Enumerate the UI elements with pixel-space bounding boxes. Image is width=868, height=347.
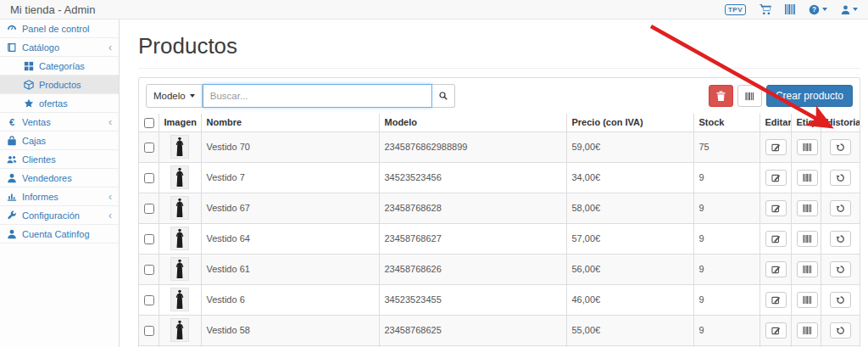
history-icon xyxy=(836,295,845,305)
sidebar-item-vendedores[interactable]: Vendedores xyxy=(0,169,119,187)
label-button[interactable] xyxy=(797,170,818,186)
toolbar-actions: Crear producto xyxy=(709,85,853,107)
edit-button[interactable] xyxy=(765,322,787,339)
search-icon xyxy=(439,91,448,101)
product-price: 57,00€ xyxy=(566,223,693,254)
product-price: 46,00€ xyxy=(566,284,693,315)
product-model: 2345876862988899 xyxy=(379,132,566,162)
label-button[interactable] xyxy=(797,322,818,339)
delete-button[interactable] xyxy=(709,85,733,107)
select-row-checkbox[interactable] xyxy=(144,326,154,336)
barcode-icon xyxy=(803,326,812,335)
barcode-icon xyxy=(803,143,812,152)
label-button[interactable] xyxy=(797,200,818,216)
help-menu[interactable]: ? xyxy=(809,4,827,15)
wrench-icon xyxy=(7,210,17,221)
barcode-icon xyxy=(803,295,812,305)
sidebar-item-categorias[interactable]: Categorías xyxy=(0,57,119,76)
dress-image xyxy=(171,288,188,311)
select-row-checkbox[interactable] xyxy=(144,173,154,183)
product-thumbnail xyxy=(170,288,189,311)
edit-button[interactable] xyxy=(765,139,787,155)
history-button[interactable] xyxy=(830,292,851,308)
edit-icon xyxy=(771,204,781,213)
select-row-checkbox[interactable] xyxy=(144,234,154,244)
dress-image xyxy=(171,136,188,158)
product-stock: 75 xyxy=(693,132,760,162)
product-thumbnail xyxy=(170,227,189,250)
product-thumbnail xyxy=(170,165,189,189)
edit-button[interactable] xyxy=(765,200,787,216)
history-button[interactable] xyxy=(830,322,851,339)
create-product-button[interactable]: Crear producto xyxy=(766,85,853,107)
product-name: Vestido 7 xyxy=(201,162,379,193)
sidebar-item-clientes[interactable]: Clientes xyxy=(0,150,119,169)
edit-button[interactable] xyxy=(765,170,787,186)
history-button[interactable] xyxy=(830,261,851,277)
column-header-modelo[interactable]: Modelo xyxy=(379,114,566,132)
edit-icon xyxy=(771,295,781,305)
product-stock: 9 xyxy=(693,223,760,254)
select-row-checkbox[interactable] xyxy=(144,204,154,214)
euro-icon: € xyxy=(7,117,17,127)
history-icon xyxy=(836,326,845,335)
column-header-nombre[interactable]: Nombre xyxy=(201,114,379,132)
sidebar-item-panel-de-control[interactable]: Panel de control xyxy=(0,20,119,38)
svg-text:€: € xyxy=(9,117,14,127)
users-icon xyxy=(7,154,17,165)
history-icon xyxy=(836,143,845,152)
history-button[interactable] xyxy=(830,231,851,247)
sidebar: Panel de control Catálogo ‹ Categorías P… xyxy=(0,20,120,347)
sidebar-item-ventas[interactable]: € Ventas ‹ xyxy=(0,113,119,132)
product-thumbnail xyxy=(170,196,189,220)
edit-button[interactable] xyxy=(765,231,787,247)
label-button[interactable] xyxy=(797,292,818,308)
tpv-button[interactable]: TPV xyxy=(725,4,746,15)
column-header-precio[interactable]: Precio (con IVA) xyxy=(566,114,693,132)
filter-dropdown-button[interactable]: Modelo xyxy=(146,84,203,108)
sidebar-item-informes[interactable]: Informes ‹ xyxy=(0,187,119,206)
sidebar-item-catalogo[interactable]: Catálogo ‹ xyxy=(0,38,119,57)
edit-button[interactable] xyxy=(765,292,787,308)
edit-icon xyxy=(771,265,781,274)
sidebar-item-productos[interactable]: Productos xyxy=(0,76,119,94)
label-button[interactable] xyxy=(797,261,818,277)
label-button[interactable] xyxy=(797,139,818,155)
table-row: Vestido 64 23458768627 57,00€ 9 xyxy=(139,223,860,254)
select-row-checkbox[interactable] xyxy=(144,295,154,305)
product-stock: 9 xyxy=(693,254,760,284)
search-input[interactable] xyxy=(203,84,432,108)
label-button[interactable] xyxy=(797,231,818,247)
history-button[interactable] xyxy=(830,139,851,155)
book-icon xyxy=(7,42,17,53)
barcode-icon xyxy=(803,265,812,274)
sidebar-item-cajas[interactable]: Cajas xyxy=(0,132,119,150)
select-all-checkbox[interactable] xyxy=(144,118,154,128)
account-icon xyxy=(7,229,17,239)
product-model: 23458768625 xyxy=(379,315,566,345)
product-price: 34,00€ xyxy=(566,162,693,193)
user-menu[interactable] xyxy=(841,5,858,14)
search-button[interactable] xyxy=(432,84,455,108)
product-name: Vestido 61 xyxy=(201,254,379,284)
history-button[interactable] xyxy=(830,200,851,216)
sidebar-item-configuracion[interactable]: Configuración ‹ xyxy=(0,206,119,225)
select-row-checkbox[interactable] xyxy=(144,265,154,275)
product-model: 34523523455 xyxy=(379,284,566,315)
barcode-icon[interactable] xyxy=(785,4,795,14)
product-name: Vestido 64 xyxy=(201,223,379,254)
product-name: Vestido 6 xyxy=(201,284,379,315)
cart-icon[interactable] xyxy=(760,4,771,15)
column-header-imagen[interactable]: Imagen xyxy=(159,114,201,132)
sidebar-item-cuenta-catinfog[interactable]: Cuenta Catinfog xyxy=(0,225,119,243)
column-header-historial: Historial xyxy=(821,114,860,132)
product-model: 34523523456 xyxy=(379,162,566,193)
star-icon xyxy=(24,98,34,109)
select-row-checkbox[interactable] xyxy=(144,143,154,153)
history-icon xyxy=(836,265,845,274)
sidebar-item-ofertas[interactable]: ofertas xyxy=(0,94,119,113)
history-button[interactable] xyxy=(830,170,851,186)
print-labels-button[interactable] xyxy=(737,85,762,107)
edit-button[interactable] xyxy=(765,261,787,277)
column-header-stock[interactable]: Stock xyxy=(693,114,760,132)
